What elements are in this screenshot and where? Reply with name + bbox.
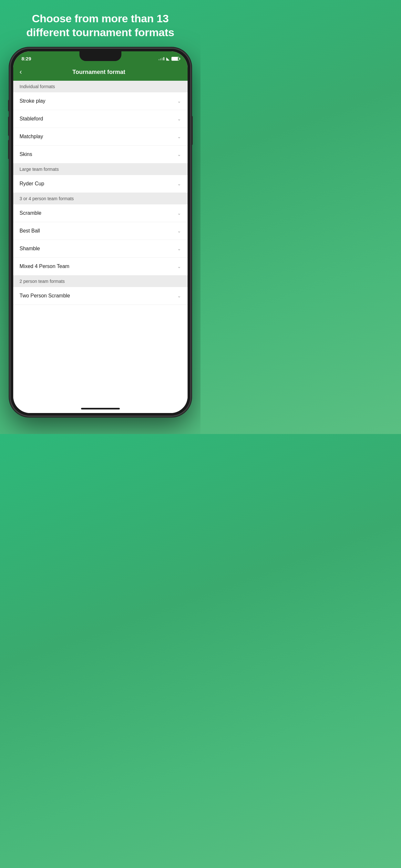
chevron-down-icon: ⌄ — [177, 293, 181, 299]
home-indicator — [13, 404, 188, 413]
chevron-down-icon: ⌄ — [177, 134, 181, 139]
list-item-label: Mixed 4 Person Team — [20, 264, 69, 269]
status-icons: ◣ — [158, 56, 179, 61]
list-item-label: Ryder Cup — [20, 181, 44, 187]
back-button[interactable]: ‹ — [20, 68, 22, 76]
notch — [80, 51, 121, 61]
list-item-label: Stableford — [20, 116, 43, 122]
chevron-down-icon: ⌄ — [177, 246, 181, 251]
chevron-down-icon: ⌄ — [177, 228, 181, 234]
chevron-down-icon: ⌄ — [177, 264, 181, 269]
signal-icon — [158, 57, 164, 60]
list-item[interactable]: Skins⌄ — [13, 146, 188, 163]
chevron-down-icon: ⌄ — [177, 152, 181, 157]
chevron-down-icon: ⌄ — [177, 211, 181, 216]
wifi-icon: ◣ — [166, 56, 169, 61]
list-item[interactable]: Scramble⌄ — [13, 205, 188, 222]
section-header-large-team: Large team formats — [13, 163, 188, 175]
mute-button — [8, 100, 10, 112]
list-item[interactable]: Shamble⌄ — [13, 240, 188, 258]
list-item[interactable]: Two Person Scramble⌄ — [13, 287, 188, 305]
list-item[interactable]: Ryder Cup⌄ — [13, 175, 188, 193]
phone-device: 8:29 ◣ ‹ Tournament format Individual f — [10, 48, 191, 416]
volume-up-button — [8, 117, 10, 136]
list-item-label: Skins — [20, 151, 32, 157]
content-list: Individual formatsStroke play⌄Stableford… — [13, 81, 188, 404]
list-item[interactable]: Mixed 4 Person Team⌄ — [13, 258, 188, 275]
page-header: Choose from more than 13 different tourn… — [0, 0, 201, 48]
list-item[interactable]: Best Ball⌄ — [13, 222, 188, 240]
list-item-label: Matchplay — [20, 134, 43, 140]
list-item[interactable]: Matchplay⌄ — [13, 128, 188, 146]
power-button — [191, 116, 193, 145]
section-header-2person-team: 2 person team formats — [13, 275, 188, 287]
status-time: 8:29 — [22, 56, 31, 61]
battery-icon — [172, 57, 179, 61]
list-item-label: Two Person Scramble — [20, 293, 70, 299]
app-header: ‹ Tournament format — [13, 64, 188, 81]
volume-down-button — [8, 140, 10, 159]
list-item[interactable]: Stableford⌄ — [13, 110, 188, 128]
section-header-3or4-team: 3 or 4 person team formats — [13, 193, 188, 205]
phone-screen: 8:29 ◣ ‹ Tournament format Individual f — [13, 51, 188, 413]
list-item-label: Scramble — [20, 210, 42, 216]
section-header-individual: Individual formats — [13, 81, 188, 92]
home-bar — [81, 408, 120, 409]
list-item[interactable]: Stroke play⌄ — [13, 92, 188, 110]
page-title: Choose from more than 13 different tourn… — [13, 11, 188, 39]
chevron-down-icon: ⌄ — [177, 98, 181, 104]
chevron-down-icon: ⌄ — [177, 116, 181, 121]
list-item-label: Stroke play — [20, 98, 45, 104]
list-item-label: Best Ball — [20, 228, 40, 234]
chevron-down-icon: ⌄ — [177, 181, 181, 186]
app-header-title: Tournament format — [26, 69, 172, 75]
list-item-label: Shamble — [20, 246, 40, 252]
